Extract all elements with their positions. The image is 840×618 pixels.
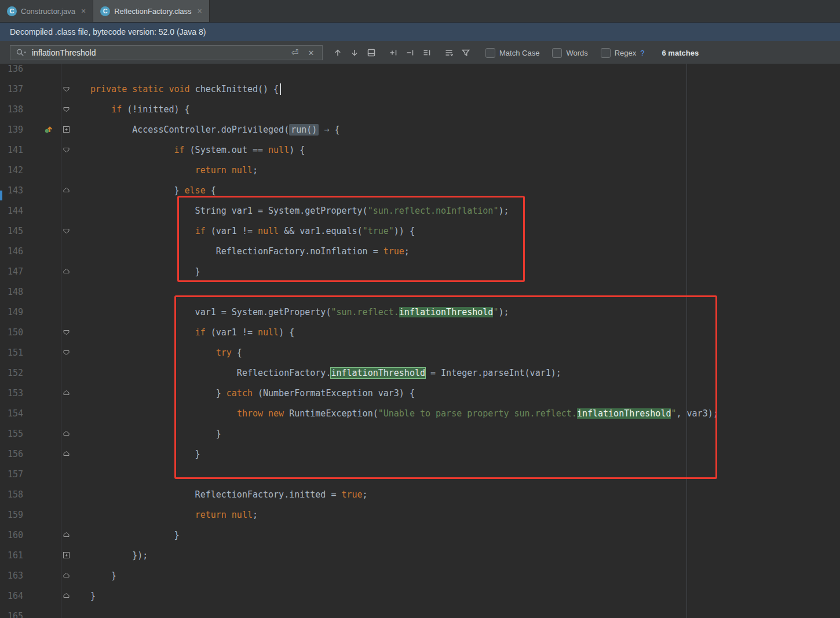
code-line: 163 } [0, 565, 840, 586]
line-number[interactable]: 163 [0, 571, 35, 581]
line-number[interactable]: 157 [0, 469, 35, 480]
line-number[interactable]: 155 [0, 429, 35, 439]
next-match-icon[interactable] [348, 46, 361, 60]
line-number[interactable]: 165 [0, 611, 35, 618]
code-text[interactable]: private static void checkInitted() { [74, 83, 281, 95]
fold-space [61, 504, 74, 525]
fold-down-icon[interactable] [61, 79, 74, 99]
checkbox-icon[interactable] [601, 48, 611, 58]
line-number[interactable]: 156 [0, 449, 35, 459]
fold-up-icon[interactable] [61, 383, 74, 403]
line-number[interactable]: 139 [0, 125, 35, 135]
fold-down-icon[interactable] [61, 322, 74, 342]
line-number[interactable]: 141 [0, 145, 35, 155]
line-number[interactable]: 144 [0, 206, 35, 216]
fold-up-icon[interactable] [61, 180, 74, 200]
fold-plus-icon[interactable] [61, 545, 74, 565]
line-number[interactable]: 152 [0, 368, 35, 378]
checkbox-icon[interactable] [552, 48, 562, 58]
line-number[interactable]: 148 [0, 287, 35, 297]
prev-match-icon[interactable] [331, 46, 345, 60]
tab-close-icon[interactable]: × [81, 7, 86, 15]
line-number[interactable]: 158 [0, 489, 35, 500]
fold-up-icon[interactable] [61, 423, 74, 444]
line-number[interactable]: 143 [0, 185, 35, 196]
code-text[interactable]: if (System.out == null) { [74, 145, 305, 155]
remove-occurrence-icon[interactable] [403, 46, 417, 60]
newline-icon[interactable]: ⏎ [288, 46, 302, 60]
clear-icon[interactable]: ✕ [304, 46, 318, 60]
code-text[interactable]: if (!initted) { [74, 104, 190, 115]
tab-bar: CConstructor.java×CReflectionFactory.cla… [0, 0, 840, 23]
line-number[interactable]: 146 [0, 246, 35, 257]
line-number[interactable]: 147 [0, 266, 35, 277]
regex-help-link[interactable]: ? [640, 49, 644, 57]
fold-space [61, 484, 74, 504]
line-number[interactable]: 137 [0, 84, 35, 94]
search-icon[interactable] [14, 46, 28, 60]
decompile-banner: Decompiled .class file, bytecode version… [0, 23, 840, 41]
search-query-text[interactable]: inflationThreshold [32, 48, 284, 57]
gutter-stripe [0, 191, 2, 200]
fold-up-icon[interactable] [61, 525, 74, 545]
editor-tab[interactable]: CConstructor.java× [0, 0, 93, 22]
fold-down-icon[interactable] [61, 221, 74, 241]
code-line: 160 } [0, 525, 840, 545]
tab-close-icon[interactable]: × [198, 7, 202, 15]
fold-space [61, 403, 74, 423]
fold-up-icon[interactable] [61, 444, 74, 464]
code-text[interactable]: return null; [74, 165, 258, 175]
fold-plus-icon[interactable] [61, 119, 74, 140]
search-input[interactable]: inflationThreshold ⏎✕ [10, 45, 323, 60]
code-token: ; [363, 489, 368, 500]
code-text[interactable]: ReflectionFactory.initted = true; [74, 489, 368, 500]
filter-results-icon[interactable] [459, 46, 473, 60]
code-token: } [90, 571, 116, 581]
fold-down-icon[interactable] [61, 342, 74, 363]
find-option-match-case[interactable]: Match Case [485, 48, 539, 58]
code-text[interactable]: AccessController.doPrivileged(run() → { [74, 125, 339, 135]
line-number[interactable]: 160 [0, 530, 35, 540]
line-number[interactable]: 145 [0, 226, 35, 236]
fold-up-icon[interactable] [61, 565, 74, 586]
line-number[interactable]: 154 [0, 408, 35, 419]
open-results-icon[interactable] [364, 46, 378, 60]
checkbox-icon[interactable] [485, 48, 495, 58]
code-editor[interactable]: 136137private static void checkInitted()… [0, 64, 840, 618]
line-number[interactable]: 142 [0, 165, 35, 175]
line-number[interactable]: 150 [0, 327, 35, 338]
find-option-words[interactable]: Words [552, 48, 587, 58]
line-number[interactable]: 153 [0, 388, 35, 398]
line-number[interactable]: 136 [0, 64, 35, 74]
annotation-rectangle-2 [174, 295, 717, 479]
code-text[interactable]: return null; [74, 510, 258, 520]
fold-down-icon[interactable] [61, 140, 74, 160]
add-occurrence-icon[interactable] [386, 46, 400, 60]
code-text[interactable]: } [74, 591, 96, 601]
fold-up-icon[interactable] [61, 586, 74, 606]
code-text[interactable]: } else { [74, 185, 216, 196]
method-marker-icon[interactable] [35, 125, 61, 134]
code-text[interactable]: } [74, 530, 180, 540]
code-text[interactable]: }); [74, 550, 148, 561]
code-token: ; [253, 165, 258, 175]
line-number[interactable]: 149 [0, 307, 35, 317]
code-line: 141 if (System.out == null) { [0, 140, 840, 160]
code-line: 138 if (!initted) { [0, 99, 840, 119]
multiline-toggle-icon[interactable] [442, 46, 456, 60]
select-all-occurrences-icon[interactable] [420, 46, 434, 60]
code-token: { [206, 185, 216, 196]
editor-tab[interactable]: CReflectionFactory.class× [93, 0, 210, 22]
fold-down-icon[interactable] [61, 99, 74, 119]
line-number[interactable]: 164 [0, 591, 35, 601]
line-number[interactable]: 159 [0, 510, 35, 520]
option-label: Words [566, 49, 587, 57]
line-number[interactable]: 161 [0, 550, 35, 561]
code-token: } [90, 591, 96, 601]
line-number[interactable]: 151 [0, 348, 35, 358]
fold-space [61, 606, 74, 618]
code-text[interactable]: } [74, 571, 116, 581]
fold-up-icon[interactable] [61, 261, 74, 281]
find-option-regex[interactable]: Regex [601, 48, 637, 58]
line-number[interactable]: 138 [0, 104, 35, 115]
